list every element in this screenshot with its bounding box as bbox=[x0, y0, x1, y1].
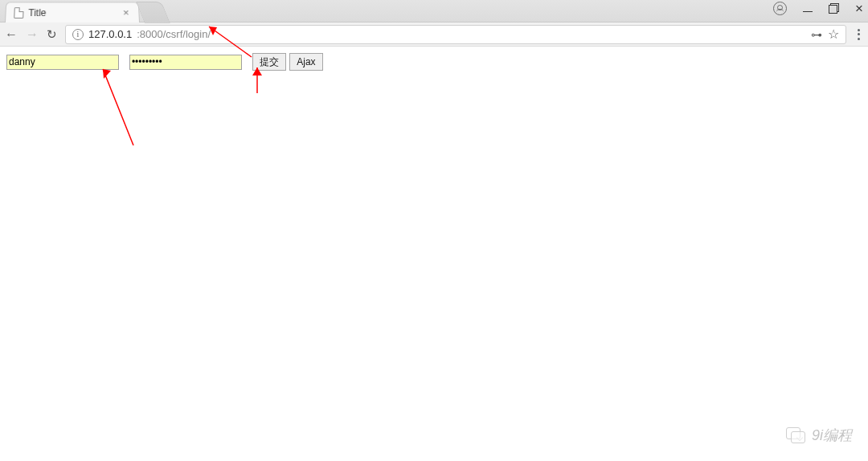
nav-back-button[interactable]: ← bbox=[5, 27, 18, 42]
svg-line-2 bbox=[103, 69, 133, 145]
browser-tab-active[interactable]: Title × bbox=[5, 2, 140, 22]
bookmark-star-icon[interactable]: ☆ bbox=[828, 27, 839, 42]
ajax-button[interactable]: Ajax bbox=[289, 53, 322, 71]
omnibox-actions: ⊶ ☆ bbox=[811, 27, 839, 42]
window-minimize-icon[interactable] bbox=[803, 4, 813, 14]
submit-button[interactable]: 提交 bbox=[252, 53, 286, 71]
svg-marker-3 bbox=[103, 69, 111, 79]
password-input[interactable] bbox=[129, 55, 242, 70]
url-path: :8000/csrf/login/ bbox=[137, 28, 211, 40]
file-icon bbox=[14, 7, 23, 18]
site-info-icon[interactable]: i bbox=[72, 29, 84, 40]
user-account-icon[interactable] bbox=[773, 2, 787, 15]
reload-button[interactable]: ↻ bbox=[47, 27, 57, 42]
browser-menu-icon[interactable] bbox=[854, 29, 863, 40]
tab-title: Title bbox=[28, 7, 46, 18]
username-input[interactable] bbox=[6, 55, 119, 70]
watermark: 9i编程 bbox=[786, 426, 852, 445]
watermark-text: 9i编程 bbox=[812, 426, 852, 445]
window-close-icon[interactable]: × bbox=[855, 4, 863, 14]
page-content: 提交 Ajax 9i编程 bbox=[0, 47, 868, 461]
browser-toolbar: ← → ↻ i 127.0.0.1:8000/csrf/login/ ⊶ ☆ bbox=[0, 22, 868, 47]
saved-password-key-icon[interactable]: ⊶ bbox=[811, 28, 820, 41]
address-bar[interactable]: i 127.0.0.1:8000/csrf/login/ ⊶ ☆ bbox=[65, 25, 846, 44]
wechat-icon bbox=[786, 427, 805, 443]
annotation-arrow-username bbox=[95, 61, 143, 149]
nav-forward-button[interactable]: → bbox=[26, 27, 39, 42]
url-host: 127.0.0.1 bbox=[88, 28, 132, 40]
window-controls: × bbox=[773, 2, 863, 15]
browser-tabstrip: Title × × bbox=[0, 0, 868, 22]
window-restore-icon[interactable] bbox=[829, 3, 839, 14]
tab-close-icon[interactable]: × bbox=[123, 6, 129, 18]
